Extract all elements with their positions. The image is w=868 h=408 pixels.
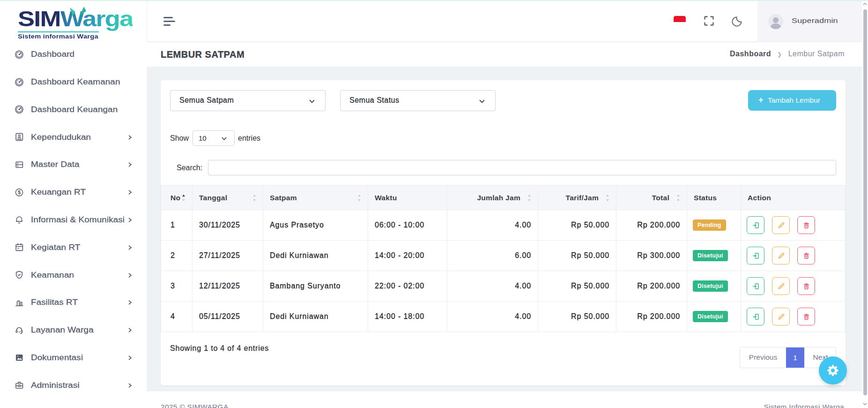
svg-text:$: $: [18, 189, 21, 195]
